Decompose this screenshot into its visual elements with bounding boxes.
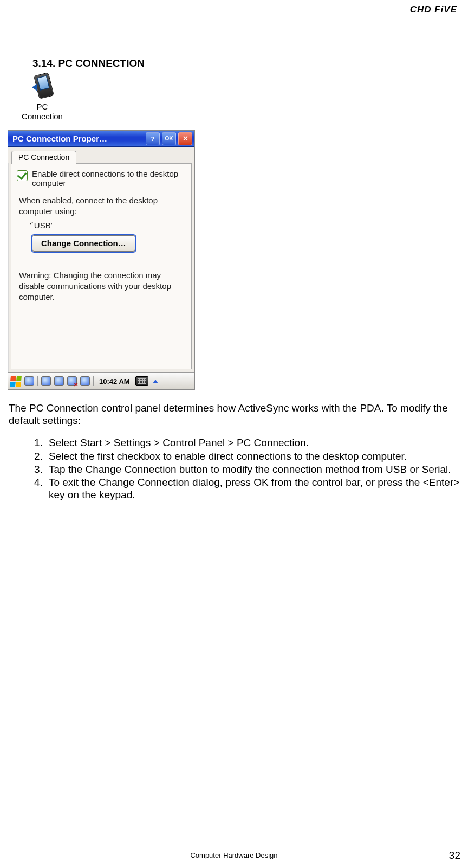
steps-list: Select Start > Settings > Control Panel …: [8, 436, 460, 501]
window-titlebar: PC Connection Proper… ? OK ✕: [8, 131, 194, 147]
intro-paragraph: The PC Connection control panel determin…: [9, 402, 459, 427]
footer-text: Computer Hardware Design: [0, 851, 468, 859]
heading-prefix: 3.14. PC C: [32, 57, 83, 69]
connection-using-value: '`USB': [30, 221, 186, 230]
tab-strip: PC Connection: [8, 147, 194, 163]
desktop-icon-label: PC Connection: [20, 102, 65, 121]
tray-volume-muted-icon[interactable]: [67, 376, 77, 386]
tab-pc-connection[interactable]: PC Connection: [11, 151, 76, 164]
step-1: Select Start > Settings > Control Panel …: [46, 436, 460, 449]
pda-icon: [33, 72, 51, 100]
taskbar: 10:42 AM: [8, 372, 194, 389]
taskbar-clock[interactable]: 10:42 AM: [99, 377, 130, 385]
tray-separator: [37, 376, 38, 386]
pc-connection-window: PC Connection Proper… ? OK ✕ PC Connecti…: [8, 130, 195, 390]
sip-arrow-icon[interactable]: [153, 380, 158, 383]
window-title: PC Connection Proper…: [12, 134, 144, 143]
page-number: 32: [449, 850, 460, 861]
pc-connection-desktop-icon[interactable]: PC Connection: [20, 72, 65, 121]
warning-text: Warning: Changing the connection may dis…: [19, 270, 186, 303]
close-button[interactable]: ✕: [178, 132, 192, 145]
tray-separator-2: [93, 376, 94, 386]
step-2: Select the first checkbox to enable dire…: [46, 450, 460, 462]
sip-keyboard-icon[interactable]: [135, 376, 148, 386]
ok-button[interactable]: OK: [162, 132, 176, 145]
tray-battery-icon[interactable]: [80, 376, 90, 386]
step-4: To exit the Change Connection dialog, pr…: [46, 476, 460, 501]
when-enabled-text: When enabled, connect to the desktop com…: [19, 195, 186, 217]
heading-suffix: ONNECTION: [83, 57, 145, 69]
tray-desktop-icon[interactable]: [24, 376, 34, 386]
panel-content: Enable direct connections to the desktop…: [11, 163, 192, 369]
tray-sync-icon[interactable]: [41, 376, 51, 386]
help-button[interactable]: ?: [146, 132, 160, 145]
brand-header: CHD FiVE: [8, 4, 457, 15]
enable-direct-row: Enable direct connections to the desktop…: [17, 169, 186, 188]
tray-network-icon[interactable]: [54, 376, 64, 386]
step-3: Tap the Change Connection button to modi…: [46, 463, 460, 475]
enable-direct-label: Enable direct connections to the desktop…: [32, 169, 186, 188]
section-heading: 3.14. PC CONNECTION: [32, 57, 460, 69]
enable-direct-checkbox[interactable]: [17, 170, 28, 181]
start-button[interactable]: [10, 376, 22, 387]
change-connection-button[interactable]: Change Connection…: [32, 235, 135, 252]
document-page: CHD FiVE 3.14. PC CONNECTION PC Connecti…: [0, 0, 468, 868]
